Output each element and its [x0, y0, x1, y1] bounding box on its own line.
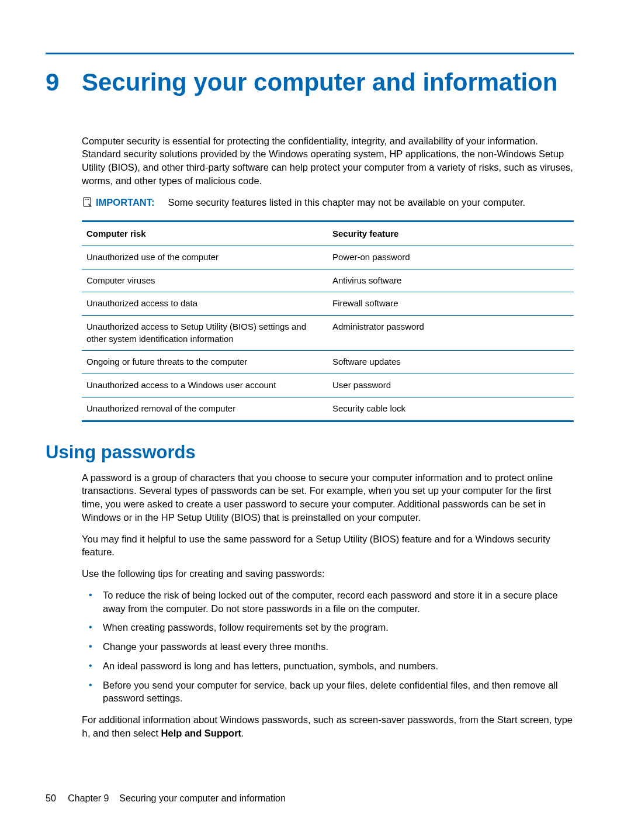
cell-feature: Antivirus software [328, 269, 574, 292]
tips-list: To reduce the risk of being locked out o… [82, 589, 574, 705]
intro-paragraph: Computer security is essential for prote… [82, 134, 574, 188]
table-row: Unauthorized use of the computerPower-on… [82, 246, 574, 269]
paragraph: You may find it helpful to use the same … [82, 533, 574, 559]
paragraph: A password is a group of characters that… [82, 471, 574, 524]
cell-feature: Software updates [328, 351, 574, 374]
paragraph: For additional information about Windows… [82, 713, 574, 741]
cell-risk: Unauthorized access to data [82, 292, 328, 316]
chapter-title: Securing your computer and information [82, 67, 557, 98]
risk-feature-table: Computer risk Security feature Unauthori… [82, 220, 574, 421]
svg-point-2 [86, 199, 88, 200]
cell-risk: Ongoing or future threats to the compute… [82, 351, 328, 374]
cell-risk: Unauthorized use of the computer [82, 246, 328, 269]
text-run: , and then select [88, 728, 161, 738]
section-body: A password is a group of characters that… [82, 471, 574, 741]
page-content: 9 Securing your computer and information… [0, 0, 631, 784]
cell-feature: Security cable lock [328, 397, 574, 421]
list-item: When creating passwords, follow requirem… [82, 621, 574, 634]
text-run: . [241, 728, 244, 738]
top-rule [46, 53, 574, 54]
table-row: Unauthorized access to dataFirewall soft… [82, 292, 574, 316]
cell-feature: Administrator password [328, 316, 574, 351]
cell-risk: Computer viruses [82, 269, 328, 292]
list-item: Change your passwords at least every thr… [82, 640, 574, 654]
cell-feature: Power-on password [328, 246, 574, 269]
paragraph: Use the following tips for creating and … [82, 567, 574, 580]
important-icon [82, 196, 95, 212]
important-note: IMPORTANT: Some security features listed… [82, 196, 574, 212]
important-body: Some security features listed in this ch… [168, 197, 525, 208]
cell-feature: User password [328, 374, 574, 397]
table-header-row: Computer risk Security feature [82, 222, 574, 246]
page-footer: 50 Chapter 9 Securing your computer and … [46, 793, 286, 804]
page-number: 50 [46, 793, 56, 803]
table-row: Unauthorized removal of the computerSecu… [82, 397, 574, 421]
table-body: Unauthorized use of the computerPower-on… [82, 246, 574, 421]
section-heading: Using passwords [46, 442, 574, 463]
list-item: Before you send your computer for servic… [82, 679, 574, 706]
table-row: Computer virusesAntivirus software [82, 269, 574, 292]
table-row: Unauthorized access to a Windows user ac… [82, 374, 574, 397]
list-item: To reduce the risk of being locked out o… [82, 589, 574, 616]
list-item: An ideal password is long and has letter… [82, 659, 574, 673]
chapter-number: 9 [46, 68, 82, 96]
table-row: Ongoing or future threats to the compute… [82, 351, 574, 374]
footer-chapter-label: Chapter 9 [68, 793, 109, 803]
footer-chapter-title: Securing your computer and information [119, 793, 286, 803]
col-header-risk: Computer risk [82, 222, 328, 246]
cell-risk: Unauthorized removal of the computer [82, 397, 328, 421]
svg-point-3 [88, 199, 89, 200]
important-label: IMPORTANT: [96, 197, 155, 208]
cell-feature: Firewall software [328, 292, 574, 316]
chapter-header: 9 Securing your computer and information [46, 67, 574, 98]
content-body: Computer security is essential for prote… [82, 134, 574, 422]
table-row: Unauthorized access to Setup Utility (BI… [82, 316, 574, 351]
important-text: IMPORTANT: Some security features listed… [96, 196, 525, 209]
col-header-feature: Security feature [328, 222, 574, 246]
svg-point-1 [85, 199, 86, 200]
code-text: h [82, 728, 88, 739]
cell-risk: Unauthorized access to a Windows user ac… [82, 374, 328, 397]
cell-risk: Unauthorized access to Setup Utility (BI… [82, 316, 328, 351]
text-run: For additional information about Windows… [82, 714, 573, 725]
bold-text: Help and Support [161, 728, 242, 738]
